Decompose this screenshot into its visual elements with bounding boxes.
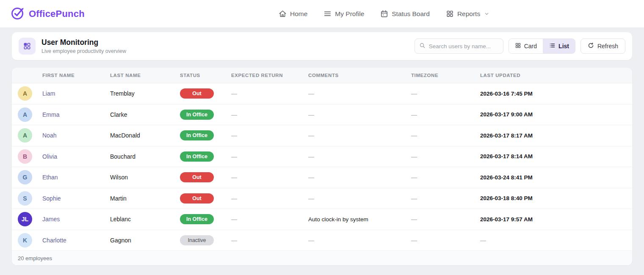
last-name-cell: Wilson [110,174,180,181]
table-row[interactable]: G Ethan Wilson Out — — — 2026-03-24 8:41… [12,167,632,188]
avatar: B [18,149,32,164]
table-body: A Liam Tremblay Out — — — 2026-03-16 7:4… [12,83,632,251]
last-name-cell: Gagnon [110,237,180,244]
status-badge: In Office [180,214,214,224]
column-header-comments: Comments [308,73,411,78]
last-name-cell: Clarke [110,111,180,118]
menu-lines-icon [323,10,332,18]
nav-item-my-profile[interactable]: My Profile [323,10,364,18]
table-footer: 20 employees [12,251,632,265]
view-toggle: Card List [509,38,575,54]
avatar: A [18,107,32,122]
page-header-text: User Monitoring Live employee productivi… [41,38,126,54]
nav-item-label: Home [290,10,307,18]
table-row[interactable]: A Liam Tremblay Out — — — 2026-03-16 7:4… [12,83,632,104]
first-name-cell[interactable]: Noah [42,132,110,139]
comments-cell: — [308,153,411,160]
column-header-status: Status [180,73,231,78]
last-updated-cell: 2026-03-17 8:17 AM [480,132,632,139]
first-name-cell[interactable]: Charlotte [42,237,110,244]
brand-logo[interactable]: OfficePunch [10,6,85,22]
expected-return-cell: — [231,153,308,160]
column-header-first-name: First Name [42,73,110,78]
first-name-cell[interactable]: Liam [42,90,110,97]
calendar-icon [380,10,388,18]
grid-icon [446,10,454,18]
page-header-left: User Monitoring Live employee productivi… [19,38,126,55]
last-updated-cell: 2026-03-18 8:40 PM [480,195,632,201]
column-header-expected-return: Expected Return [231,73,308,78]
refresh-button[interactable]: Refresh [580,38,625,54]
avatar: G [18,170,32,184]
top-nav: OfficePunch Home My Profile [0,0,644,28]
nav-item-status-board[interactable]: Status Board [380,10,430,18]
avatar-cell: B [12,149,42,164]
avatar: JL [18,212,32,226]
table-row[interactable]: A Noah MacDonald In Office — — — 2026-03… [12,125,632,146]
nav-item-reports[interactable]: Reports [446,10,489,18]
search-box[interactable] [415,38,503,54]
table-row[interactable]: JL James Leblanc In Office — Auto clock-… [12,209,632,230]
avatar-cell: K [12,233,42,248]
table-row[interactable]: B Olivia Bouchard In Office — — — 2026-0… [12,146,632,168]
status-cell: Out [180,172,231,182]
status-badge: In Office [180,110,214,120]
expected-return-cell: — [231,216,308,223]
list-lines-icon [549,42,556,50]
page-title: User Monitoring [41,38,126,47]
nav-item-home[interactable]: Home [279,10,307,18]
timezone-cell: — [411,90,480,97]
status-badge: Inactive [180,235,214,245]
list-view-button[interactable]: List [543,39,575,53]
comments-cell: Auto clock-in by system [308,216,411,223]
list-view-label: List [558,43,569,50]
first-name-cell[interactable]: Sophie [42,195,110,202]
status-badge: Out [180,172,214,182]
comments-cell: — [308,195,411,202]
first-name-cell[interactable]: Ethan [42,174,110,181]
avatar: A [18,86,32,101]
last-name-cell: Martin [110,195,180,202]
avatar-cell: A [12,86,42,101]
timezone-cell: — [411,174,480,181]
comments-cell: — [308,237,411,244]
expected-return-cell: — [231,90,308,97]
last-updated-cell: — [480,237,632,244]
avatar-cell: S [12,191,42,206]
toolbar: Card List Re [415,38,625,54]
last-name-cell: Leblanc [110,216,180,223]
first-name-cell[interactable]: James [42,216,110,223]
timezone-cell: — [411,111,480,118]
first-name-cell[interactable]: Emma [42,111,110,118]
last-updated-cell: 2026-03-17 8:14 AM [480,153,632,160]
table-row[interactable]: A Emma Clarke In Office — — — 2026-03-17… [12,104,632,126]
timezone-cell: — [411,237,480,244]
avatar: K [18,233,32,248]
status-cell: In Office [180,214,231,224]
avatar-cell: A [12,107,42,122]
last-name-cell: Tremblay [110,90,180,97]
card-grid-icon [515,42,521,50]
main-content: User Monitoring Live employee productivi… [0,28,644,265]
avatar: S [18,191,32,206]
brand-name: OfficePunch [29,8,85,19]
first-name-cell[interactable]: Olivia [42,153,110,160]
status-badge: In Office [180,130,214,140]
page-subtitle: Live employee productivity overview [41,48,126,54]
last-updated-cell: 2026-03-17 9:00 AM [480,111,632,118]
user-monitoring-grid-icon [19,38,36,55]
home-icon [279,10,287,18]
table-row[interactable]: K Charlotte Gagnon Inactive — — — — [12,230,632,251]
comments-cell: — [308,132,411,139]
column-header-timezone: Timezone [411,73,480,78]
table-row[interactable]: S Sophie Martin Out — — — 2026-03-18 8:4… [12,188,632,209]
chevron-down-icon [484,11,489,16]
column-header-last-updated: Last Updated [480,73,632,78]
timezone-cell: — [411,153,480,160]
card-view-button[interactable]: Card [509,39,543,53]
timezone-cell: — [411,216,480,223]
last-updated-cell: 2026-03-24 8:41 PM [480,174,632,181]
timezone-cell: — [411,195,480,202]
search-input[interactable] [429,43,499,50]
status-cell: Out [180,88,231,99]
